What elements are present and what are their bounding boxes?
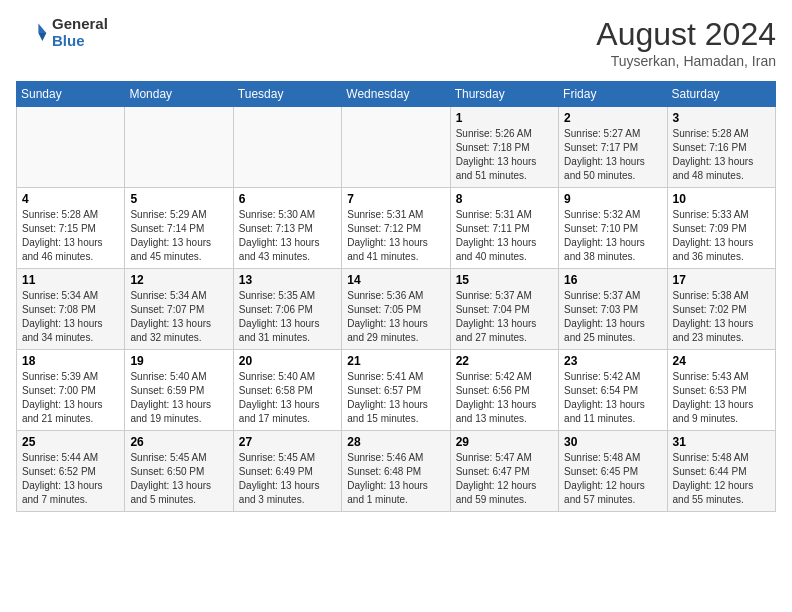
calendar-cell: 5Sunrise: 5:29 AMSunset: 7:14 PMDaylight… xyxy=(125,188,233,269)
day-number: 16 xyxy=(564,273,661,287)
day-number: 28 xyxy=(347,435,444,449)
day-info: Sunrise: 5:45 AMSunset: 6:50 PMDaylight:… xyxy=(130,451,227,507)
day-number: 2 xyxy=(564,111,661,125)
calendar-cell: 17Sunrise: 5:38 AMSunset: 7:02 PMDayligh… xyxy=(667,269,775,350)
day-number: 8 xyxy=(456,192,553,206)
weekday-header-saturday: Saturday xyxy=(667,82,775,107)
day-info: Sunrise: 5:37 AMSunset: 7:03 PMDaylight:… xyxy=(564,289,661,345)
day-number: 14 xyxy=(347,273,444,287)
calendar-cell: 26Sunrise: 5:45 AMSunset: 6:50 PMDayligh… xyxy=(125,431,233,512)
calendar-cell: 13Sunrise: 5:35 AMSunset: 7:06 PMDayligh… xyxy=(233,269,341,350)
day-info: Sunrise: 5:46 AMSunset: 6:48 PMDaylight:… xyxy=(347,451,444,507)
calendar-cell: 10Sunrise: 5:33 AMSunset: 7:09 PMDayligh… xyxy=(667,188,775,269)
day-number: 18 xyxy=(22,354,119,368)
calendar-cell: 29Sunrise: 5:47 AMSunset: 6:47 PMDayligh… xyxy=(450,431,558,512)
month-year-title: August 2024 xyxy=(596,16,776,53)
day-info: Sunrise: 5:35 AMSunset: 7:06 PMDaylight:… xyxy=(239,289,336,345)
day-info: Sunrise: 5:31 AMSunset: 7:12 PMDaylight:… xyxy=(347,208,444,264)
day-info: Sunrise: 5:31 AMSunset: 7:11 PMDaylight:… xyxy=(456,208,553,264)
day-info: Sunrise: 5:40 AMSunset: 6:58 PMDaylight:… xyxy=(239,370,336,426)
calendar-cell: 15Sunrise: 5:37 AMSunset: 7:04 PMDayligh… xyxy=(450,269,558,350)
location-title: Tuyserkan, Hamadan, Iran xyxy=(596,53,776,69)
day-number: 10 xyxy=(673,192,770,206)
day-number: 25 xyxy=(22,435,119,449)
day-number: 24 xyxy=(673,354,770,368)
day-number: 1 xyxy=(456,111,553,125)
calendar-cell xyxy=(342,107,450,188)
day-number: 29 xyxy=(456,435,553,449)
day-info: Sunrise: 5:27 AMSunset: 7:17 PMDaylight:… xyxy=(564,127,661,183)
calendar-week-2: 4Sunrise: 5:28 AMSunset: 7:15 PMDaylight… xyxy=(17,188,776,269)
calendar-cell: 28Sunrise: 5:46 AMSunset: 6:48 PMDayligh… xyxy=(342,431,450,512)
weekday-header-tuesday: Tuesday xyxy=(233,82,341,107)
day-number: 27 xyxy=(239,435,336,449)
calendar-cell: 14Sunrise: 5:36 AMSunset: 7:05 PMDayligh… xyxy=(342,269,450,350)
calendar-cell xyxy=(125,107,233,188)
day-number: 9 xyxy=(564,192,661,206)
day-number: 31 xyxy=(673,435,770,449)
calendar-cell: 4Sunrise: 5:28 AMSunset: 7:15 PMDaylight… xyxy=(17,188,125,269)
day-info: Sunrise: 5:42 AMSunset: 6:54 PMDaylight:… xyxy=(564,370,661,426)
calendar-cell: 19Sunrise: 5:40 AMSunset: 6:59 PMDayligh… xyxy=(125,350,233,431)
calendar-cell: 9Sunrise: 5:32 AMSunset: 7:10 PMDaylight… xyxy=(559,188,667,269)
calendar-cell: 16Sunrise: 5:37 AMSunset: 7:03 PMDayligh… xyxy=(559,269,667,350)
weekday-header-thursday: Thursday xyxy=(450,82,558,107)
calendar-week-4: 18Sunrise: 5:39 AMSunset: 7:00 PMDayligh… xyxy=(17,350,776,431)
calendar-cell: 2Sunrise: 5:27 AMSunset: 7:17 PMDaylight… xyxy=(559,107,667,188)
day-info: Sunrise: 5:38 AMSunset: 7:02 PMDaylight:… xyxy=(673,289,770,345)
day-info: Sunrise: 5:48 AMSunset: 6:44 PMDaylight:… xyxy=(673,451,770,507)
day-info: Sunrise: 5:32 AMSunset: 7:10 PMDaylight:… xyxy=(564,208,661,264)
day-info: Sunrise: 5:30 AMSunset: 7:13 PMDaylight:… xyxy=(239,208,336,264)
day-number: 11 xyxy=(22,273,119,287)
day-number: 3 xyxy=(673,111,770,125)
calendar-cell: 18Sunrise: 5:39 AMSunset: 7:00 PMDayligh… xyxy=(17,350,125,431)
day-info: Sunrise: 5:36 AMSunset: 7:05 PMDaylight:… xyxy=(347,289,444,345)
calendar-week-5: 25Sunrise: 5:44 AMSunset: 6:52 PMDayligh… xyxy=(17,431,776,512)
day-info: Sunrise: 5:28 AMSunset: 7:15 PMDaylight:… xyxy=(22,208,119,264)
calendar-cell: 30Sunrise: 5:48 AMSunset: 6:45 PMDayligh… xyxy=(559,431,667,512)
calendar-cell: 25Sunrise: 5:44 AMSunset: 6:52 PMDayligh… xyxy=(17,431,125,512)
day-info: Sunrise: 5:41 AMSunset: 6:57 PMDaylight:… xyxy=(347,370,444,426)
day-number: 15 xyxy=(456,273,553,287)
logo: General Blue xyxy=(16,16,108,49)
day-number: 6 xyxy=(239,192,336,206)
calendar-table: SundayMondayTuesdayWednesdayThursdayFrid… xyxy=(16,81,776,512)
calendar-cell: 7Sunrise: 5:31 AMSunset: 7:12 PMDaylight… xyxy=(342,188,450,269)
day-info: Sunrise: 5:34 AMSunset: 7:07 PMDaylight:… xyxy=(130,289,227,345)
calendar-cell: 23Sunrise: 5:42 AMSunset: 6:54 PMDayligh… xyxy=(559,350,667,431)
day-info: Sunrise: 5:26 AMSunset: 7:18 PMDaylight:… xyxy=(456,127,553,183)
calendar-cell: 1Sunrise: 5:26 AMSunset: 7:18 PMDaylight… xyxy=(450,107,558,188)
logo-icon xyxy=(16,17,48,49)
day-number: 4 xyxy=(22,192,119,206)
calendar-cell xyxy=(233,107,341,188)
day-number: 12 xyxy=(130,273,227,287)
day-number: 19 xyxy=(130,354,227,368)
calendar-cell: 21Sunrise: 5:41 AMSunset: 6:57 PMDayligh… xyxy=(342,350,450,431)
day-info: Sunrise: 5:33 AMSunset: 7:09 PMDaylight:… xyxy=(673,208,770,264)
day-info: Sunrise: 5:40 AMSunset: 6:59 PMDaylight:… xyxy=(130,370,227,426)
day-number: 23 xyxy=(564,354,661,368)
weekday-header-sunday: Sunday xyxy=(17,82,125,107)
day-info: Sunrise: 5:44 AMSunset: 6:52 PMDaylight:… xyxy=(22,451,119,507)
calendar-week-3: 11Sunrise: 5:34 AMSunset: 7:08 PMDayligh… xyxy=(17,269,776,350)
title-block: August 2024 Tuyserkan, Hamadan, Iran xyxy=(596,16,776,69)
calendar-cell: 6Sunrise: 5:30 AMSunset: 7:13 PMDaylight… xyxy=(233,188,341,269)
day-number: 22 xyxy=(456,354,553,368)
day-info: Sunrise: 5:48 AMSunset: 6:45 PMDaylight:… xyxy=(564,451,661,507)
day-info: Sunrise: 5:29 AMSunset: 7:14 PMDaylight:… xyxy=(130,208,227,264)
day-info: Sunrise: 5:42 AMSunset: 6:56 PMDaylight:… xyxy=(456,370,553,426)
day-number: 5 xyxy=(130,192,227,206)
calendar-cell: 27Sunrise: 5:45 AMSunset: 6:49 PMDayligh… xyxy=(233,431,341,512)
calendar-header-row: SundayMondayTuesdayWednesdayThursdayFrid… xyxy=(17,82,776,107)
day-number: 21 xyxy=(347,354,444,368)
weekday-header-wednesday: Wednesday xyxy=(342,82,450,107)
calendar-cell: 11Sunrise: 5:34 AMSunset: 7:08 PMDayligh… xyxy=(17,269,125,350)
calendar-week-1: 1Sunrise: 5:26 AMSunset: 7:18 PMDaylight… xyxy=(17,107,776,188)
calendar-cell: 12Sunrise: 5:34 AMSunset: 7:07 PMDayligh… xyxy=(125,269,233,350)
day-info: Sunrise: 5:34 AMSunset: 7:08 PMDaylight:… xyxy=(22,289,119,345)
weekday-header-monday: Monday xyxy=(125,82,233,107)
day-info: Sunrise: 5:43 AMSunset: 6:53 PMDaylight:… xyxy=(673,370,770,426)
day-info: Sunrise: 5:37 AMSunset: 7:04 PMDaylight:… xyxy=(456,289,553,345)
calendar-cell: 24Sunrise: 5:43 AMSunset: 6:53 PMDayligh… xyxy=(667,350,775,431)
calendar-cell: 20Sunrise: 5:40 AMSunset: 6:58 PMDayligh… xyxy=(233,350,341,431)
